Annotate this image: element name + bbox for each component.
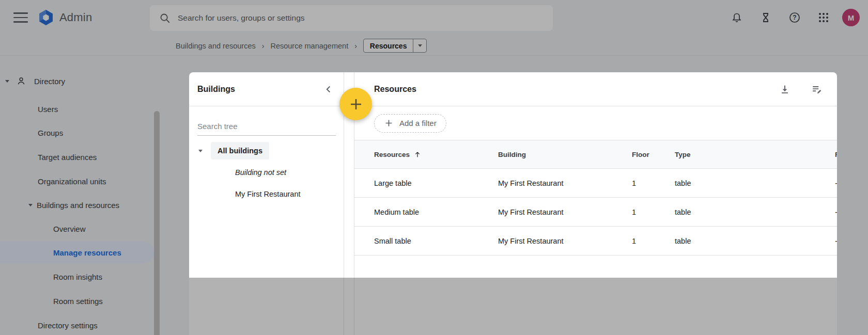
buildings-panel: Buildings All buildings Building not set… <box>189 72 344 335</box>
selected-item-pill: Manage resources <box>0 241 154 264</box>
breadcrumb-resource-management[interactable]: Resource management <box>270 42 348 50</box>
sidebar-item-buildings-and-resources[interactable]: Buildings and resources <box>0 195 161 215</box>
apps-grid-icon <box>818 12 829 23</box>
sidebar-item-organizational-units[interactable]: Organizational units <box>0 171 161 191</box>
tree-search-input[interactable] <box>197 120 336 136</box>
sidebar-item-label: Buildings and resources <box>37 201 119 210</box>
column-header-type[interactable]: Type <box>675 151 835 158</box>
caret-down-icon <box>198 150 203 152</box>
column-header-floor[interactable]: Floor <box>632 151 675 158</box>
breadcrumb-dropdown-button[interactable] <box>413 39 426 52</box>
cell-building: My First Restaurant <box>498 208 632 216</box>
chevron-down-icon <box>418 44 422 47</box>
main-menu-icon[interactable] <box>13 12 28 23</box>
apps-grid-button[interactable] <box>813 7 834 28</box>
search-input[interactable] <box>178 13 544 23</box>
cell-extra: - <box>835 208 837 216</box>
add-filter-button[interactable]: Add a filter <box>374 114 446 133</box>
top-app-bar: Admin ? <box>0 0 868 35</box>
search-icon <box>159 12 171 24</box>
google-admin-logo[interactable]: Admin <box>37 9 92 26</box>
product-name: Admin <box>59 11 92 24</box>
sidebar-scrollbar-thumb[interactable] <box>154 111 160 335</box>
cell-type: table <box>675 237 835 245</box>
add-resource-fab[interactable] <box>339 88 372 120</box>
buildings-tree: All buildings Building not set My First … <box>189 140 344 205</box>
cell-floor: 1 <box>632 237 675 245</box>
cell-type: table <box>675 208 835 216</box>
tree-node-my-first-restaurant[interactable]: My First Restaurant <box>189 183 344 205</box>
sidebar-item-label: Room settings <box>53 297 103 306</box>
sidebar-section-directory[interactable]: Directory <box>0 71 161 91</box>
plus-icon <box>348 97 364 112</box>
sidebar-item-overview[interactable]: Overview <box>0 219 161 238</box>
bulk-edit-button[interactable] <box>809 82 825 97</box>
caret-down-icon <box>28 204 33 206</box>
list-edit-icon <box>811 84 823 95</box>
top-bar-actions: ? M <box>726 0 860 35</box>
column-label: Resources <box>374 151 410 158</box>
bell-icon <box>731 11 743 24</box>
help-button[interactable]: ? <box>784 7 805 28</box>
sidebar-item-directory-settings[interactable]: Directory settings <box>0 315 161 335</box>
sidebar-item-label: Directory settings <box>38 321 98 330</box>
breadcrumb-separator: › <box>354 42 357 50</box>
table-header-row: Resources Building Floor Type F <box>354 140 837 169</box>
filter-bar: Add a filter <box>354 106 837 140</box>
chevron-left-icon <box>323 84 334 95</box>
cell-resource: Medium table <box>374 208 498 216</box>
column-label: Floor <box>632 151 649 158</box>
sidebar-item-manage-resources[interactable]: Manage resources <box>0 241 161 264</box>
notifications-button[interactable] <box>726 7 747 28</box>
cell-extra: - <box>835 237 837 245</box>
resources-panel-title: Resources <box>374 85 777 94</box>
plus-icon <box>384 118 394 128</box>
tree-node-label: All buildings <box>211 142 269 159</box>
sidebar-item-label: Overview <box>53 225 86 233</box>
sidebar-item-label: Groups <box>38 129 63 137</box>
tree-node-building-not-set[interactable]: Building not set <box>189 162 344 183</box>
column-header-resources[interactable]: Resources <box>374 150 498 158</box>
column-header-clipped[interactable]: F <box>835 151 837 158</box>
table-row[interactable]: Small table My First Restaurant 1 table … <box>354 227 837 256</box>
download-button[interactable] <box>777 82 793 97</box>
table-row[interactable]: Large table My First Restaurant 1 table … <box>354 169 837 198</box>
global-search[interactable] <box>150 5 553 31</box>
admin-console-page: Admin ? <box>0 0 868 335</box>
help-icon: ? <box>788 11 801 24</box>
resources-panel-header: Resources <box>354 72 837 106</box>
sidebar-item-label: Users <box>38 105 58 114</box>
sidebar-item-label: Room insights <box>53 273 102 281</box>
sidebar-item-room-settings[interactable]: Room settings <box>0 291 161 311</box>
sidebar-item-users[interactable]: Users <box>0 99 161 119</box>
tree-node-all-buildings[interactable]: All buildings <box>189 140 344 162</box>
table-row[interactable]: Medium table My First Restaurant 1 table… <box>354 198 837 227</box>
column-label: F <box>835 151 837 158</box>
cell-building: My First Restaurant <box>498 179 632 187</box>
sidebar-item-room-insights[interactable]: Room insights <box>0 267 161 286</box>
collapse-panel-button[interactable] <box>321 82 336 97</box>
caret-down-icon <box>5 80 9 83</box>
breadcrumb-current[interactable]: Resources <box>364 39 413 52</box>
cell-floor: 1 <box>632 179 675 187</box>
column-label: Type <box>675 151 691 158</box>
cell-type: table <box>675 179 835 187</box>
sidebar-item-target-audiences[interactable]: Target audiences <box>0 147 161 167</box>
navigation-sidebar: Directory Users Groups Target audiences … <box>0 35 161 335</box>
column-header-building[interactable]: Building <box>498 151 632 158</box>
sidebar-item-groups[interactable]: Groups <box>0 123 161 142</box>
cell-extra: - <box>835 179 837 187</box>
buildings-panel-title: Buildings <box>197 85 235 94</box>
tasks-button[interactable] <box>755 7 776 28</box>
sidebar-item-label: Organizational units <box>38 177 106 186</box>
sort-ascending-icon <box>413 150 422 158</box>
download-icon <box>779 84 791 95</box>
content-card: Buildings All buildings Building not set… <box>189 72 837 335</box>
cell-resource: Small table <box>374 237 498 245</box>
cell-building: My First Restaurant <box>498 237 632 245</box>
hourglass-icon <box>760 11 772 24</box>
breadcrumb-buildings-and-resources[interactable]: Buildings and resources <box>176 42 256 50</box>
person-icon <box>16 76 26 86</box>
resources-panel: Resources Add a filter R <box>354 72 837 335</box>
account-avatar[interactable]: M <box>842 9 860 26</box>
